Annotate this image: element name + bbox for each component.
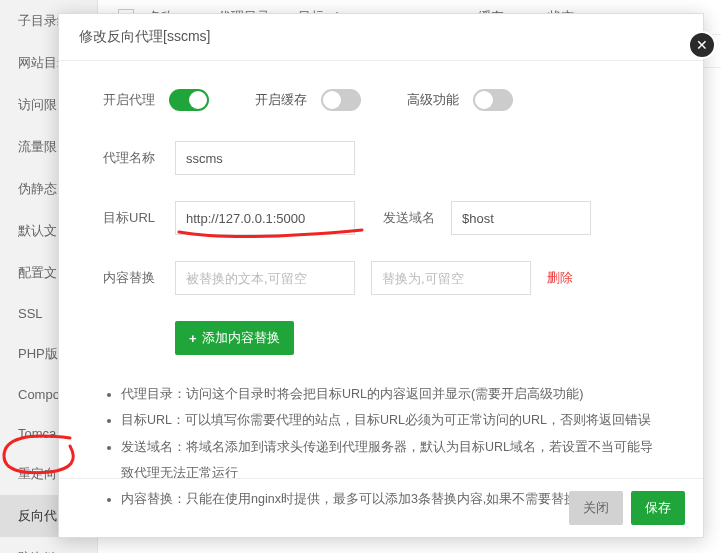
advanced-label: 高级功能 bbox=[407, 91, 459, 109]
add-content-replace-label: 添加内容替换 bbox=[202, 329, 280, 347]
send-domain-label: 发送域名 bbox=[383, 209, 451, 227]
modal-footer: 关闭 保存 bbox=[59, 478, 703, 537]
proxy-name-label: 代理名称 bbox=[103, 149, 175, 167]
enable-proxy-label: 开启代理 bbox=[103, 91, 155, 109]
enable-cache-toggle[interactable] bbox=[321, 89, 361, 111]
help-item: 目标URL：可以填写你需要代理的站点，目标URL必须为可正常访问的URL，否则将… bbox=[121, 407, 659, 433]
save-button[interactable]: 保存 bbox=[631, 491, 685, 525]
modal-title: 修改反向代理[sscms] bbox=[59, 14, 703, 61]
replace-from-input[interactable] bbox=[175, 261, 355, 295]
help-item: 代理目录：访问这个目录时将会把目标URL的内容返回并显示(需要开启高级功能) bbox=[121, 381, 659, 407]
replace-to-input[interactable] bbox=[371, 261, 531, 295]
target-url-label: 目标URL bbox=[103, 209, 175, 227]
sidebar-item-hotlink[interactable]: 防盗链 bbox=[0, 537, 97, 553]
plus-icon: + bbox=[189, 331, 197, 346]
delete-replace-link[interactable]: 删除 bbox=[547, 269, 573, 287]
add-content-replace-button[interactable]: + 添加内容替换 bbox=[175, 321, 294, 355]
send-domain-input[interactable] bbox=[451, 201, 591, 235]
close-icon[interactable]: ✕ bbox=[688, 31, 716, 59]
target-url-input[interactable] bbox=[175, 201, 355, 235]
enable-proxy-toggle[interactable] bbox=[169, 89, 209, 111]
modal-edit-reverse-proxy: 修改反向代理[sscms] 开启代理 开启缓存 高级功能 代理名称 目标URL bbox=[58, 13, 704, 538]
close-button[interactable]: 关闭 bbox=[569, 491, 623, 525]
proxy-name-input[interactable] bbox=[175, 141, 355, 175]
enable-cache-label: 开启缓存 bbox=[255, 91, 307, 109]
toggle-row: 开启代理 开启缓存 高级功能 bbox=[103, 89, 659, 111]
advanced-toggle[interactable] bbox=[473, 89, 513, 111]
content-replace-label: 内容替换 bbox=[103, 269, 175, 287]
